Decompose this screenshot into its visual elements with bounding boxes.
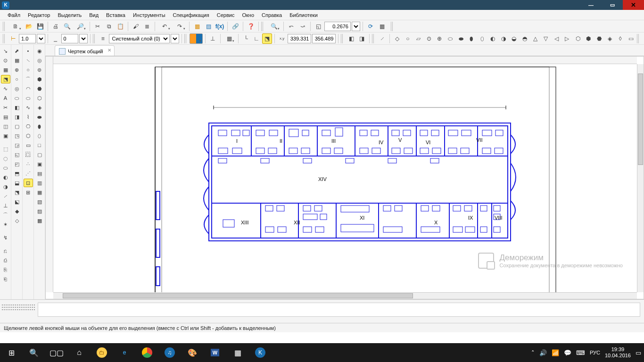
vtool[interactable]: ◎ <box>35 56 44 65</box>
tray-clock[interactable]: 19:39 10.04.2016 <box>605 346 631 359</box>
view-mgr-button[interactable]: ▦ <box>377 21 387 32</box>
snap-angle-button[interactable]: ∟ <box>252 33 262 44</box>
toolbar-grip[interactable] <box>637 34 640 43</box>
calc-button[interactable]: ▦ <box>226 343 249 362</box>
t15-button[interactable]: △ <box>530 33 540 44</box>
vtool[interactable]: ↘ <box>1 47 10 55</box>
vtool[interactable]: ⬈ <box>12 47 22 55</box>
format-button[interactable]: 🖌 <box>131 21 141 32</box>
vtool[interactable]: ▩ <box>35 216 44 225</box>
snap-button[interactable]: ⬔ <box>262 33 272 44</box>
menu-tools[interactable]: Инструменты <box>129 11 169 19</box>
zoom-in-button[interactable]: 🔍 <box>267 21 281 32</box>
toolbar-grip[interactable] <box>341 34 344 43</box>
properties-button[interactable]: ≣ <box>142 21 152 32</box>
vtool[interactable]: ⬣ <box>35 84 44 93</box>
word-button[interactable]: W <box>204 343 226 362</box>
vtool[interactable]: ∴ <box>24 160 33 168</box>
variables-button[interactable]: ▤ <box>203 21 214 32</box>
vtool[interactable]: ▥ <box>35 179 44 187</box>
vtool[interactable]: ⊥ <box>1 201 10 210</box>
t14-button[interactable]: ◓ <box>520 33 530 44</box>
color-button[interactable] <box>190 33 203 44</box>
dimension-button[interactable]: ⊥ <box>208 33 218 44</box>
menu-help[interactable]: Справка <box>258 11 286 19</box>
vtool[interactable]: ⬭ <box>12 94 22 102</box>
cut-button[interactable]: ✂ <box>92 21 103 32</box>
layer-dd[interactable] <box>171 34 179 43</box>
vtool[interactable]: ◉ <box>35 47 44 55</box>
vtool[interactable]: ▣ <box>1 132 10 140</box>
lineweight-input[interactable] <box>19 34 36 43</box>
paint-button[interactable]: 🎨 <box>181 343 204 362</box>
vtool[interactable]: A <box>1 94 10 102</box>
tray-input-icon[interactable]: ⌨ <box>576 349 585 356</box>
vtool[interactable]: ⬡ <box>35 94 44 102</box>
refresh-button[interactable]: ⟳ <box>365 21 376 32</box>
zoom-input[interactable] <box>324 22 351 31</box>
t9-button[interactable]: ⬮ <box>467 33 477 44</box>
vtool[interactable]: ⊚ <box>35 66 44 74</box>
preview-dd-button[interactable]: 🔎 <box>73 21 87 32</box>
start-button[interactable]: ⊞ <box>0 343 23 362</box>
tab-close-icon[interactable]: ✕ <box>107 48 111 53</box>
t5-button[interactable]: ⊙ <box>424 33 434 44</box>
vtool[interactable]: ⿴ <box>24 150 33 159</box>
toolbar-grip[interactable] <box>93 34 96 43</box>
toolbar-grip[interactable] <box>391 22 394 31</box>
vtool[interactable]: ▦ <box>35 188 44 197</box>
vtool[interactable]: ⋰ <box>24 169 33 178</box>
t17-button[interactable]: ◁ <box>552 33 561 44</box>
t21-button[interactable]: ⬣ <box>594 33 604 44</box>
vtool[interactable]: ⬓ <box>12 179 22 187</box>
drawing-viewport[interactable]: I II III IV V VI VII VIII IX X XI XII XI… <box>53 64 637 292</box>
menu-spec[interactable]: Спецификация <box>169 11 213 19</box>
vtool[interactable]: ◌ <box>1 154 10 163</box>
vtool[interactable]: ⬡ <box>24 132 33 140</box>
vtool[interactable]: ⎗ <box>1 275 10 283</box>
vtool[interactable]: ◑ <box>1 182 10 191</box>
zoom-window-button[interactable]: ◱ <box>313 21 323 32</box>
minimize-button[interactable]: — <box>580 0 602 10</box>
vtool[interactable]: ⊞ <box>24 188 33 197</box>
vtool[interactable]: ◱ <box>12 150 22 159</box>
chrome-button[interactable] <box>136 343 158 362</box>
help-cursor-button[interactable]: ❓ <box>246 21 256 32</box>
vtool[interactable]: ⬒ <box>12 169 22 178</box>
maximize-button[interactable]: ▭ <box>602 0 623 10</box>
vtool[interactable]: ⬚ <box>1 145 10 153</box>
menu-service[interactable]: Сервис <box>213 11 239 19</box>
vtool[interactable]: ⎔ <box>24 122 33 131</box>
command-input-area[interactable] <box>38 303 640 317</box>
settings-button[interactable]: ⌂ <box>68 343 91 362</box>
style-button[interactable]: ⎯ <box>50 33 60 44</box>
vtool[interactable]: ◐ <box>1 173 10 181</box>
menu-insert[interactable]: Вставка <box>102 11 129 19</box>
vtool[interactable]: ◫ <box>1 122 10 131</box>
vtool[interactable]: ○ <box>12 75 22 83</box>
vtool[interactable]: ✶ <box>1 220 10 229</box>
vtool[interactable]: ⬢ <box>35 75 44 83</box>
t3-button[interactable]: ○ <box>403 33 413 44</box>
undo-button[interactable]: ↶ <box>157 21 172 32</box>
layer-select[interactable]: Системный слой (0) <box>109 34 170 43</box>
t12-button[interactable]: ◑ <box>498 33 508 44</box>
t11-button[interactable]: ◐ <box>488 33 498 44</box>
coord-x-input[interactable] <box>288 34 311 43</box>
zoom-select[interactable] <box>352 22 360 31</box>
menu-select[interactable]: Выделить <box>54 11 85 19</box>
endpoint-button[interactable]: ⊢ <box>8 33 18 44</box>
vtool[interactable]: ◳ <box>12 132 22 140</box>
tray-network-icon[interactable]: 📶 <box>552 349 559 356</box>
vtool[interactable]: ◇ <box>12 216 22 225</box>
vtool[interactable]: ⟍ <box>24 56 33 65</box>
vtool[interactable]: ◎ <box>12 84 22 93</box>
tray-volume-icon[interactable]: 🔊 <box>539 349 547 356</box>
vtool[interactable]: ↯ <box>1 233 10 242</box>
vtool[interactable]: ⬮ <box>35 122 44 131</box>
t22-button[interactable]: ◈ <box>605 33 615 44</box>
app1-button[interactable]: ♫ <box>158 343 181 362</box>
t19-button[interactable]: ⬡ <box>573 33 583 44</box>
t16-button[interactable]: ▽ <box>541 33 551 44</box>
tray-chevron-icon[interactable]: ˄ <box>531 349 535 356</box>
